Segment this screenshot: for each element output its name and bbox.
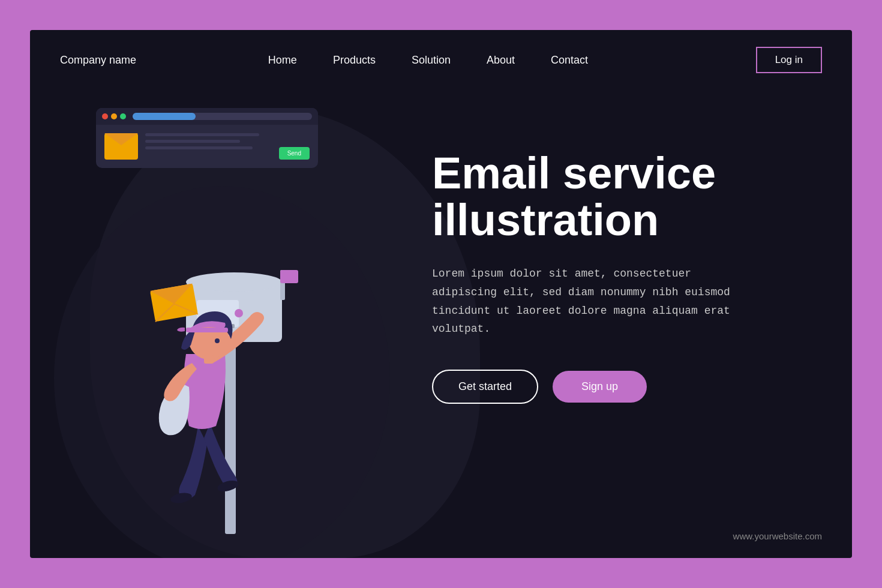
browser-content: Send (96, 125, 318, 168)
email-line-3 (145, 146, 253, 149)
hero-title: Email service illustration (432, 150, 756, 243)
svg-point-17 (215, 338, 220, 343)
main-container: Company name Home Products Solution Abou… (30, 30, 852, 558)
right-content: Email service illustration Lorem ipsum d… (396, 102, 822, 404)
email-line-1 (145, 133, 259, 136)
url-bar-progress (133, 113, 196, 120)
svg-rect-7 (280, 270, 298, 283)
svg-rect-18 (204, 355, 214, 364)
svg-rect-16 (186, 328, 228, 332)
svg-point-3 (186, 272, 282, 292)
dot-red (102, 113, 108, 119)
hero-section: Send (30, 90, 852, 558)
nav-link-contact[interactable]: Contact (551, 54, 588, 67)
get-started-button[interactable]: Get started (432, 370, 538, 404)
dot-yellow (111, 113, 117, 119)
nav-link-home[interactable]: Home (268, 54, 297, 67)
nav-links: Home Products Solution About Contact (220, 54, 588, 67)
url-bar (133, 113, 312, 120)
login-button[interactable]: Log in (756, 47, 822, 73)
cta-buttons: Get started Sign up (432, 370, 822, 404)
nav-link-products[interactable]: Products (333, 54, 376, 67)
email-line-2 (145, 140, 240, 143)
nav-link-about[interactable]: About (487, 54, 515, 67)
send-button[interactable]: Send (279, 147, 310, 160)
company-name: Company name (60, 54, 136, 67)
hero-description: Lorem ipsum dolor sit amet, consectetuer… (432, 265, 744, 338)
sign-up-button[interactable]: Sign up (553, 371, 647, 403)
mailbox-illustration (48, 138, 396, 558)
illustration-area: Send (60, 102, 396, 558)
dot-green (120, 113, 126, 119)
svg-rect-1 (225, 330, 236, 534)
email-icon (104, 133, 138, 160)
nav-link-solution[interactable]: Solution (412, 54, 451, 67)
svg-point-8 (235, 309, 243, 317)
browser-mock: Send (96, 108, 318, 168)
navigation: Company name Home Products Solution Abou… (30, 30, 852, 90)
browser-bar (96, 108, 318, 125)
email-lines (145, 133, 272, 153)
